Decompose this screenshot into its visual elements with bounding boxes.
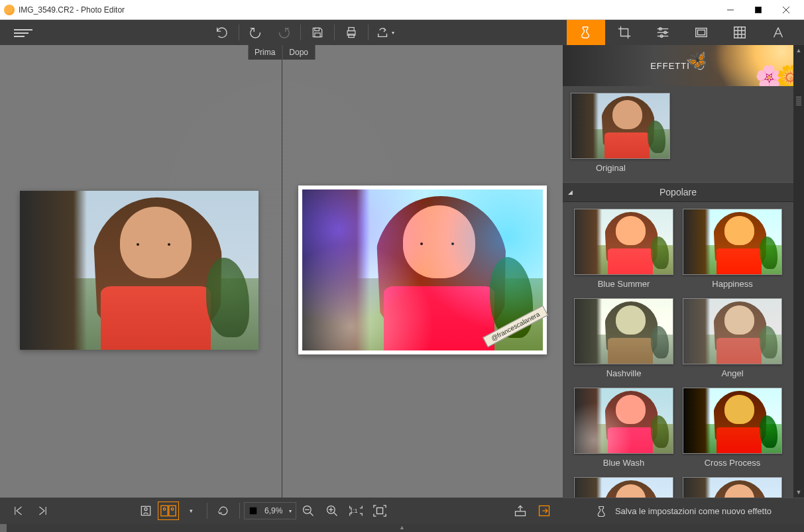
popular-section-header[interactable]: ◢ Popolare xyxy=(563,182,793,202)
svg-rect-1 xyxy=(756,7,762,13)
effect-nashville[interactable] xyxy=(574,298,673,364)
effect-partial-2[interactable] xyxy=(683,477,782,498)
effect-blue-summer[interactable] xyxy=(574,209,673,275)
effect-label: Blue Wash xyxy=(603,458,644,468)
effect-label: Blue Summer xyxy=(598,279,650,289)
first-image-button[interactable] xyxy=(7,498,30,524)
zoom-fit-button[interactable] xyxy=(368,498,392,524)
scroll-down-icon[interactable]: ▼ xyxy=(793,487,804,498)
effect-cross-process[interactable] xyxy=(683,388,782,454)
after-label: Dopo xyxy=(282,45,315,60)
svg-point-20 xyxy=(144,507,147,510)
zoom-in-button[interactable] xyxy=(320,498,344,524)
mode-adjust-tab[interactable] xyxy=(644,20,682,45)
effect-label: Nashville xyxy=(606,368,642,378)
scroll-grip-icon[interactable] xyxy=(796,97,801,106)
svg-rect-37 xyxy=(516,511,526,516)
svg-rect-7 xyxy=(348,28,353,31)
redo-button[interactable] xyxy=(270,20,298,45)
hamburger-menu-button[interactable] xyxy=(7,20,40,45)
svg-point-23 xyxy=(163,508,165,510)
before-image xyxy=(20,191,258,350)
svg-rect-36 xyxy=(377,507,383,513)
effects-panel: 🦋 🌸🌼 EFFETTI Original ◢ xyxy=(563,45,804,498)
effect-label: Angel xyxy=(721,368,743,378)
zoom-actual-button[interactable]: 1:1 xyxy=(344,498,368,524)
zoom-level-selector[interactable]: 6,9% ▾ xyxy=(244,502,296,519)
dropdown-caret-icon: ▾ xyxy=(289,508,292,514)
effect-happiness[interactable] xyxy=(683,209,782,275)
effect-partial-1[interactable] xyxy=(574,477,673,498)
svg-rect-5 xyxy=(314,33,319,37)
apply-button[interactable] xyxy=(532,498,556,524)
titlebar: IMG_3549.CR2 - Photo Editor xyxy=(0,0,804,20)
single-view-button[interactable] xyxy=(134,498,158,524)
scroll-up-icon[interactable]: ▲ xyxy=(793,45,804,56)
mode-text-tab[interactable] xyxy=(759,20,797,45)
after-image: @francescalanera xyxy=(298,186,547,354)
footer-strip: ▲ xyxy=(0,524,804,532)
print-button[interactable] xyxy=(337,20,365,45)
svg-rect-22 xyxy=(169,505,176,515)
view-options-dropdown[interactable]: ▾ xyxy=(179,498,203,524)
save-effect-label: Salva le impostazioni come nuovo effetto xyxy=(615,506,772,516)
flask-icon xyxy=(595,505,608,518)
effect-blue-wash[interactable] xyxy=(574,388,673,454)
save-effect-button[interactable]: Salva le impostazioni come nuovo effetto xyxy=(563,498,804,524)
grid-icon xyxy=(249,506,258,515)
svg-rect-4 xyxy=(314,28,319,30)
split-divider[interactable] xyxy=(282,45,282,498)
svg-rect-21 xyxy=(161,505,168,515)
effect-label: Happiness xyxy=(712,279,752,289)
split-view-button[interactable] xyxy=(158,502,179,520)
svg-line-32 xyxy=(334,513,337,516)
zoom-out-button[interactable] xyxy=(296,498,320,524)
original-thumbnail[interactable] xyxy=(571,93,670,159)
panel-scrollbar[interactable]: ▲ ▼ xyxy=(793,45,804,498)
window-title: IMG_3549.CR2 - Photo Editor xyxy=(19,5,717,15)
svg-line-29 xyxy=(310,513,314,516)
effects-header-label: EFFETTI xyxy=(650,61,690,71)
export-button[interactable] xyxy=(508,498,532,524)
bottom-toolbar: ▾ 6,9% ▾ 1:1 xyxy=(0,498,563,524)
svg-rect-16 xyxy=(698,30,705,34)
effects-panel-header: 🦋 🌸🌼 EFFETTI xyxy=(563,45,793,86)
collapse-chevron-icon: ◢ xyxy=(568,189,573,195)
revert-button[interactable] xyxy=(242,20,270,45)
window-close-button[interactable] xyxy=(772,1,800,19)
zoom-value: 6,9% xyxy=(264,506,282,515)
window-minimize-button[interactable] xyxy=(717,1,744,19)
flowers-icon: 🌸🌼 xyxy=(755,64,793,86)
undo-button[interactable] xyxy=(208,20,236,45)
mode-crop-tab[interactable] xyxy=(605,20,644,45)
app-icon xyxy=(4,5,15,15)
share-button[interactable]: ▾ xyxy=(371,20,399,45)
popular-section-label: Popolare xyxy=(660,187,697,197)
svg-rect-8 xyxy=(348,34,353,38)
save-button[interactable] xyxy=(304,20,331,45)
before-label: Prima xyxy=(248,45,282,60)
rotate-button[interactable] xyxy=(211,498,235,524)
original-label: Original xyxy=(596,163,626,173)
expand-footer-icon[interactable]: ▲ xyxy=(399,524,405,531)
canvas-area[interactable]: Prima Dopo @francescalanera xyxy=(0,45,563,498)
svg-rect-25 xyxy=(250,507,257,515)
next-image-button[interactable] xyxy=(30,498,54,524)
mode-effects-tab[interactable] xyxy=(567,20,605,45)
window-maximize-button[interactable] xyxy=(744,1,772,19)
svg-point-24 xyxy=(171,508,173,510)
footer-handle[interactable] xyxy=(0,524,7,532)
mode-frame-tab[interactable] xyxy=(682,20,720,45)
mode-texture-tab[interactable] xyxy=(720,20,759,45)
effect-label: Cross Process xyxy=(705,458,761,468)
effect-angel[interactable] xyxy=(683,298,782,364)
main-toolbar: ▾ xyxy=(0,20,804,45)
